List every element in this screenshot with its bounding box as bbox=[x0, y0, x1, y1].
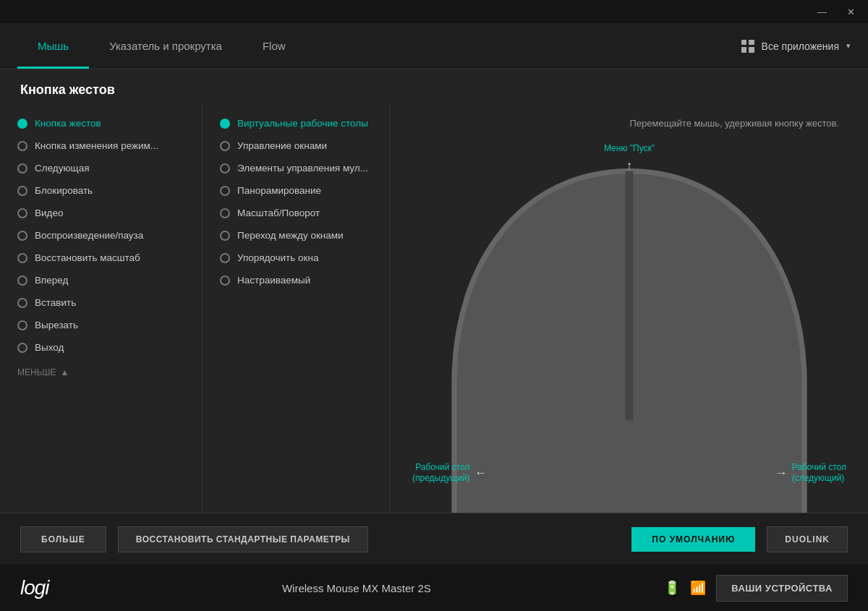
right-arrow-icon: → bbox=[775, 465, 788, 482]
logi-logo: logi bbox=[20, 576, 49, 599]
chevron-up-icon: ▲ bbox=[61, 367, 69, 377]
left-item-label-10: Выход bbox=[35, 342, 64, 353]
title-bar: — ✕ bbox=[0, 0, 868, 23]
up-label-text: Меню "Пуск" bbox=[604, 143, 655, 155]
radio-6 bbox=[17, 253, 27, 263]
mid-item-4[interactable]: Масштаб/Поворот bbox=[203, 202, 390, 224]
mid-radio-6 bbox=[220, 253, 230, 263]
panels: Кнопка жестов Кнопка изменения режим... … bbox=[0, 105, 868, 513]
mid-item-label-6: Упорядочить окна bbox=[237, 252, 318, 263]
mid-item-label-4: Масштаб/Поворот bbox=[237, 208, 320, 218]
mid-radio-5 bbox=[220, 231, 230, 241]
mid-item-label-7: Настраиваемый bbox=[237, 275, 310, 286]
arrow-up-label: Меню "Пуск" ↑ bbox=[604, 143, 655, 174]
left-item-label-9: Вырезать bbox=[35, 320, 78, 330]
mid-item-label-3: Панорамирование bbox=[237, 185, 321, 196]
tab-pointer[interactable]: Указатель и прокрутка bbox=[89, 23, 242, 69]
mid-radio-1 bbox=[220, 141, 230, 151]
minimize-button[interactable]: — bbox=[813, 5, 831, 19]
mid-item-label-1: Управление окнами bbox=[237, 140, 327, 151]
more-button[interactable]: БОЛЬШЕ bbox=[20, 526, 106, 552]
radio-10 bbox=[17, 343, 27, 353]
battery-icon: 🔋 bbox=[664, 580, 680, 596]
mid-item-label-5: Переход между окнами bbox=[237, 230, 344, 241]
grid-icon bbox=[741, 40, 754, 53]
left-item-8[interactable]: Вставить bbox=[0, 291, 202, 314]
left-item-label-6: Восстановить масштаб bbox=[35, 252, 140, 263]
radio-5 bbox=[17, 231, 27, 241]
all-apps-label: Все приложения bbox=[762, 40, 839, 52]
left-item-5[interactable]: Воспроизведение/пауза bbox=[0, 224, 202, 247]
tab-mouse[interactable]: Мышь bbox=[17, 23, 89, 69]
mid-radio-4 bbox=[220, 208, 230, 218]
radio-7 bbox=[17, 275, 27, 286]
default-button[interactable]: ПО УМОЛЧАНИЮ bbox=[631, 527, 755, 552]
left-panel: Кнопка жестов Кнопка изменения режим... … bbox=[0, 105, 203, 513]
tab-flow[interactable]: Flow bbox=[242, 23, 306, 69]
right-label-text: Рабочий стол(следующий) bbox=[792, 462, 846, 484]
device-name: Wireless Mouse MX Master 2S bbox=[49, 582, 665, 594]
left-item-0[interactable]: Кнопка жестов bbox=[0, 112, 202, 134]
left-item-3[interactable]: Блокировать bbox=[0, 179, 202, 202]
bluetooth-icon: 📶 bbox=[690, 580, 706, 596]
mouse-illustration bbox=[391, 129, 868, 513]
middle-panel: Виртуальные рабочие столы Управление окн… bbox=[203, 105, 391, 513]
left-item-label-5: Воспроизведение/пауза bbox=[35, 230, 143, 241]
all-apps-area[interactable]: Все приложения ▾ bbox=[741, 40, 851, 53]
left-item-10[interactable]: Выход bbox=[0, 336, 202, 359]
left-item-label-8: Вставить bbox=[35, 297, 76, 308]
up-arrow-icon: ↑ bbox=[626, 158, 633, 174]
left-item-label-7: Вперед bbox=[35, 275, 68, 286]
left-label-text: Рабочий стол(предыдущий) bbox=[412, 462, 469, 484]
mid-radio-7 bbox=[220, 275, 230, 286]
gesture-area: Меню "Пуск" ↑ Рабочий стол(предыдущий) ← bbox=[391, 129, 868, 513]
left-item-label-0: Кнопка жестов bbox=[35, 118, 101, 129]
content-area: Кнопка жестов Кнопка жестов Кнопка измен… bbox=[0, 69, 868, 513]
radio-4 bbox=[17, 208, 27, 218]
app-window: — ✕ Мышь Указатель и прокрутка Flow Все … bbox=[0, 0, 868, 611]
tab-bar: Мышь Указатель и прокрутка Flow Все прил… bbox=[0, 23, 868, 69]
left-item-9[interactable]: Вырезать bbox=[0, 314, 202, 336]
close-button[interactable]: ✕ bbox=[843, 5, 859, 19]
radio-8 bbox=[17, 298, 27, 308]
chevron-down-icon: ▾ bbox=[846, 41, 851, 51]
mid-item-6[interactable]: Упорядочить окна bbox=[203, 247, 390, 269]
radio-filled-0 bbox=[17, 119, 27, 129]
mid-item-5[interactable]: Переход между окнами bbox=[203, 224, 390, 247]
radio-2 bbox=[17, 163, 27, 174]
mid-item-1[interactable]: Управление окнами bbox=[203, 134, 390, 157]
hint-text: Перемещайте мышь, удерживая кнопку жесто… bbox=[391, 112, 868, 129]
left-item-6[interactable]: Восстановить масштаб bbox=[0, 247, 202, 269]
left-item-1[interactable]: Кнопка изменения режим... bbox=[0, 134, 202, 157]
arrow-left-label: Рабочий стол(предыдущий) ← bbox=[412, 462, 487, 484]
mid-item-2[interactable]: Элементы управления мул... bbox=[203, 157, 390, 179]
mid-radio-3 bbox=[220, 186, 230, 196]
mid-item-label-0: Виртуальные рабочие столы bbox=[237, 118, 368, 129]
arrow-right-label: → Рабочий стол(следующий) bbox=[775, 462, 846, 484]
mid-item-0[interactable]: Виртуальные рабочие столы bbox=[203, 112, 390, 134]
left-arrow-icon: ← bbox=[474, 465, 487, 482]
left-item-label-2: Следующая bbox=[35, 163, 90, 174]
radio-9 bbox=[17, 320, 27, 330]
left-item-7[interactable]: Вперед bbox=[0, 269, 202, 291]
radio-1 bbox=[17, 141, 27, 151]
left-item-4[interactable]: Видео bbox=[0, 202, 202, 224]
footer: logi Wireless Mouse MX Master 2S 🔋 📶 ВАШ… bbox=[0, 565, 868, 611]
left-item-label-1: Кнопка изменения режим... bbox=[35, 140, 158, 151]
section-title: Кнопка жестов bbox=[0, 69, 868, 105]
left-item-label-3: Блокировать bbox=[35, 185, 93, 196]
reset-button[interactable]: ВОССТАНОВИТЬ СТАНДАРТНЫЕ ПАРАМЕТРЫ bbox=[118, 526, 368, 552]
bottom-toolbar: БОЛЬШЕ ВОССТАНОВИТЬ СТАНДАРТНЫЕ ПАРАМЕТР… bbox=[0, 513, 868, 565]
right-panel: Перемещайте мышь, удерживая кнопку жесто… bbox=[391, 105, 868, 513]
mid-item-3[interactable]: Панорамирование bbox=[203, 179, 390, 202]
mid-item-7[interactable]: Настраиваемый bbox=[203, 269, 390, 291]
less-label: МЕНЬШЕ bbox=[17, 367, 56, 377]
footer-right: 🔋 📶 ВАШИ УСТРОЙСТВА bbox=[664, 575, 848, 602]
less-button[interactable]: МЕНЬШЕ ▲ bbox=[0, 359, 202, 386]
duolink-button[interactable]: DUOLINK bbox=[767, 526, 848, 552]
radio-3 bbox=[17, 186, 27, 196]
left-item-2[interactable]: Следующая bbox=[0, 157, 202, 179]
mid-radio-filled-0 bbox=[220, 119, 230, 129]
mid-item-label-2: Элементы управления мул... bbox=[237, 163, 368, 174]
your-devices-button[interactable]: ВАШИ УСТРОЙСТВА bbox=[716, 575, 848, 602]
